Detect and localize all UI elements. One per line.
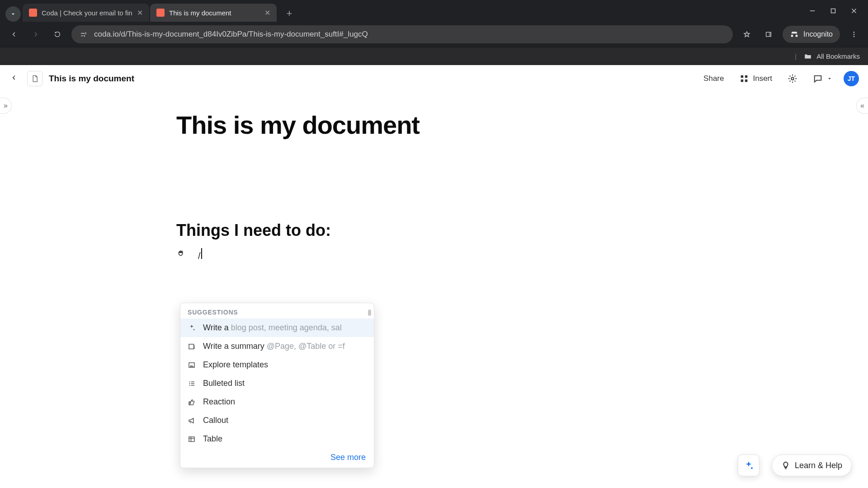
- suggestion-table[interactable]: Table: [180, 430, 374, 448]
- site-settings-icon[interactable]: [79, 29, 89, 39]
- url-text: coda.io/d/This-is-my-document_d84Iv0ZibP…: [94, 30, 368, 39]
- lightbulb-icon: [781, 461, 790, 470]
- browser-tab[interactable]: Coda | Check your email to fin ✕: [23, 4, 149, 22]
- page-icon: [31, 75, 39, 83]
- see-more-link[interactable]: See more: [330, 453, 366, 462]
- svg-rect-9: [741, 79, 744, 82]
- bookmark-star-button[interactable]: [739, 27, 755, 42]
- coda-favicon: [156, 9, 165, 17]
- side-panel-button[interactable]: [761, 27, 776, 42]
- svg-point-5: [854, 34, 855, 35]
- grab-icon: [176, 249, 186, 258]
- drag-handle[interactable]: [176, 249, 186, 261]
- svg-point-11: [791, 77, 794, 80]
- kebab-icon: [850, 31, 858, 38]
- svg-rect-17: [189, 436, 194, 441]
- comment-icon: [813, 74, 823, 84]
- chevron-down-icon: [826, 75, 833, 82]
- svg-rect-3: [769, 32, 771, 36]
- svg-point-16: [189, 385, 190, 385]
- close-icon: [850, 7, 858, 15]
- incognito-icon: [790, 30, 799, 39]
- divider: |: [795, 52, 797, 60]
- panel-icon: [765, 31, 772, 38]
- window-minimize-button[interactable]: [808, 7, 816, 15]
- comments-button[interactable]: [808, 71, 837, 86]
- chevron-down-icon: [9, 10, 17, 18]
- incognito-label: Incognito: [803, 30, 833, 38]
- svg-rect-1: [831, 9, 835, 13]
- svg-rect-0: [810, 10, 815, 11]
- suggestion-write-summary[interactable]: Write a summary @Page, @Table or =f: [180, 337, 374, 356]
- ai-assist-button[interactable]: [738, 455, 760, 476]
- arrow-right-icon: [32, 31, 39, 38]
- maximize-icon: [829, 7, 837, 15]
- learn-help-button[interactable]: Learn & Help: [772, 455, 852, 476]
- nav-forward-button[interactable]: [28, 27, 43, 42]
- svg-point-15: [189, 383, 190, 384]
- suggestion-callout[interactable]: Callout: [180, 411, 374, 430]
- all-bookmarks-button[interactable]: All Bookmarks: [816, 52, 860, 60]
- browser-toolbar: coda.io/d/This-is-my-document_d84Iv0ZibP…: [0, 22, 868, 47]
- suggestion-write-a[interactable]: Write a blog post, meeting agenda, sal: [180, 319, 374, 337]
- svg-rect-12: [189, 344, 194, 349]
- browser-tabstrip: Coda | Check your email to fin ✕ This is…: [0, 0, 868, 22]
- browser-menu-button[interactable]: [846, 27, 862, 42]
- page-icon-button[interactable]: [27, 71, 42, 86]
- bookmarks-bar: | All Bookmarks: [0, 47, 868, 65]
- scrollbar-thumb[interactable]: [368, 310, 371, 316]
- nav-reload-button[interactable]: [50, 27, 65, 42]
- summary-icon: [188, 343, 196, 351]
- settings-button[interactable]: [783, 71, 802, 86]
- close-tab-button[interactable]: ✕: [137, 9, 143, 17]
- arrow-left-icon: [9, 73, 19, 83]
- insert-button[interactable]: Insert: [735, 71, 777, 86]
- doc-back-button[interactable]: [9, 73, 21, 84]
- window-maximize-button[interactable]: [829, 7, 837, 15]
- image-icon: [188, 361, 196, 369]
- folder-icon: [804, 52, 812, 61]
- thumbs-up-icon: [188, 398, 196, 406]
- ai-sparkle-icon: [188, 324, 196, 332]
- megaphone-icon: [188, 417, 196, 425]
- svg-rect-10: [745, 79, 748, 82]
- close-tab-button[interactable]: ✕: [264, 9, 270, 17]
- breadcrumb-title[interactable]: This is my document: [49, 74, 134, 84]
- new-tab-button[interactable]: +: [281, 5, 297, 22]
- reload-icon: [54, 31, 61, 38]
- gear-icon: [788, 74, 797, 84]
- share-button[interactable]: Share: [699, 71, 728, 86]
- minimize-icon: [808, 7, 816, 15]
- slash-command-input[interactable]: /: [198, 248, 202, 261]
- list-icon: [188, 380, 196, 388]
- browser-tab[interactable]: This is my document ✕: [150, 4, 277, 22]
- avatar[interactable]: JT: [844, 71, 859, 86]
- incognito-chip[interactable]: Incognito: [783, 26, 840, 43]
- page-title[interactable]: This is my document: [176, 110, 665, 140]
- suggestions-header: SUGGESTIONS: [180, 303, 374, 319]
- coda-favicon: [29, 9, 37, 17]
- svg-point-4: [854, 32, 855, 33]
- address-bar[interactable]: coda.io/d/This-is-my-document_d84Iv0ZibP…: [71, 25, 733, 43]
- svg-rect-8: [745, 75, 748, 78]
- tab-title: Coda | Check your email to fin: [42, 9, 132, 17]
- window-close-button[interactable]: [850, 7, 858, 15]
- ai-sparkle-icon: [743, 460, 754, 471]
- slash-suggestions-popover: SUGGESTIONS Write a blog post, meeting a…: [180, 303, 374, 468]
- suggestion-reaction[interactable]: Reaction: [180, 393, 374, 411]
- svg-rect-7: [741, 75, 744, 78]
- svg-point-6: [854, 36, 855, 37]
- heading[interactable]: Things I need to do:: [176, 221, 665, 240]
- tune-icon: [80, 31, 88, 38]
- table-icon: [188, 435, 196, 443]
- star-icon: [743, 31, 750, 38]
- tab-search-button[interactable]: [5, 6, 21, 22]
- nav-back-button[interactable]: [6, 27, 22, 42]
- tab-title: This is my document: [169, 9, 260, 17]
- grid-plus-icon: [739, 74, 749, 84]
- arrow-left-icon: [10, 31, 18, 38]
- suggestion-bulleted-list[interactable]: Bulleted list: [180, 374, 374, 393]
- suggestion-explore-templates[interactable]: Explore templates: [180, 356, 374, 374]
- svg-point-14: [189, 381, 190, 382]
- app-header: This is my document Share Insert JT: [0, 65, 868, 92]
